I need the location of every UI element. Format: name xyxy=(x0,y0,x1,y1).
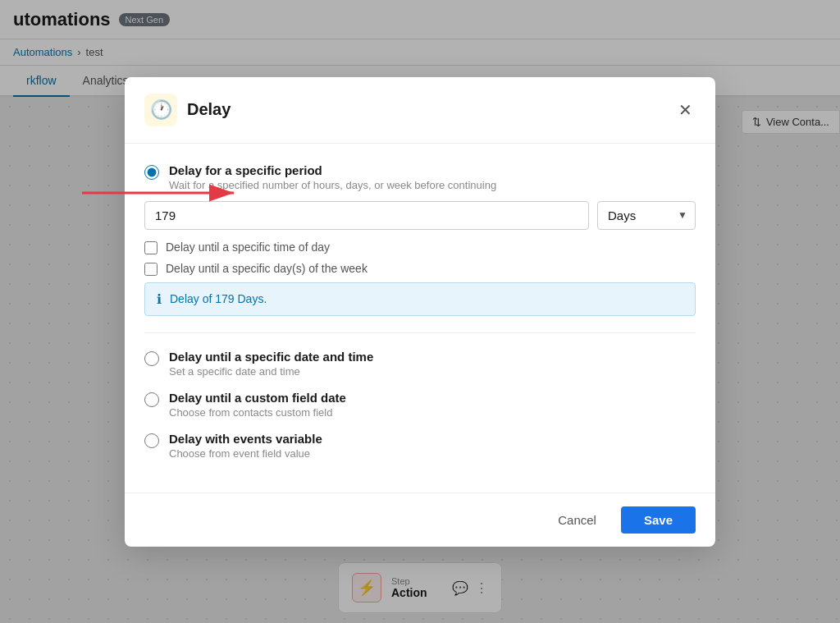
radio-specific-datetime[interactable] xyxy=(144,351,159,366)
option-custom-field-row: Delay until a custom field date Choose f… xyxy=(144,391,696,419)
info-delay-text: Delay of 179 Days. xyxy=(170,292,267,305)
option-specific-period-row: Delay for a specific period Wait for a s… xyxy=(144,163,696,191)
delay-modal: 🕐 Delay ✕ Delay for a specific period Wa… xyxy=(125,77,715,547)
option-specific-period: Delay for a specific period Wait for a s… xyxy=(144,163,696,316)
period-input-row: Hours Days Weeks ▼ xyxy=(144,201,696,230)
option-specific-period-text: Delay for a specific period Wait for a s… xyxy=(169,163,496,191)
modal-body: Delay for a specific period Wait for a s… xyxy=(125,144,715,492)
info-delay-summary: ℹ Delay of 179 Days. xyxy=(144,282,696,316)
option-specific-datetime-row: Delay until a specific date and time Set… xyxy=(144,350,696,378)
checkbox-day-of-week-label: Delay until a specific day(s) of the wee… xyxy=(166,262,368,275)
divider-1 xyxy=(144,332,696,333)
option-events-variable-label: Delay with events variable xyxy=(169,432,322,446)
modal-title: Delay xyxy=(187,100,675,119)
period-unit-select[interactable]: Hours Days Weeks xyxy=(597,201,696,230)
info-icon: ℹ xyxy=(157,291,162,307)
option-events-variable-row: Delay with events variable Choose from e… xyxy=(144,432,696,460)
checkbox-time-of-day-label: Delay until a specific time of day xyxy=(166,240,330,254)
radio-specific-period[interactable] xyxy=(144,165,159,180)
delay-icon: 🕐 xyxy=(144,94,177,126)
option-specific-period-desc: Wait for a specified number of hours, da… xyxy=(169,179,496,191)
option-specific-datetime-desc: Set a specific date and time xyxy=(169,365,373,378)
option-custom-field-label: Delay until a custom field date xyxy=(169,391,346,405)
radio-custom-field[interactable] xyxy=(144,392,159,407)
checkbox-time-of-day[interactable] xyxy=(144,241,158,254)
modal-header: 🕐 Delay ✕ xyxy=(125,77,715,144)
option-events-variable-desc: Choose from event field value xyxy=(169,447,322,460)
save-button[interactable]: Save xyxy=(621,506,696,534)
option-events-variable-text: Delay with events variable Choose from e… xyxy=(169,432,322,460)
period-unit-wrapper: Hours Days Weeks ▼ xyxy=(597,201,696,230)
option-specific-datetime-label: Delay until a specific date and time xyxy=(169,350,373,364)
modal-overlay: 🕐 Delay ✕ Delay for a specific period Wa… xyxy=(0,0,840,623)
radio-events-variable[interactable] xyxy=(144,433,159,448)
option-custom-field-text: Delay until a custom field date Choose f… xyxy=(169,391,346,419)
option-specific-period-label: Delay for a specific period xyxy=(169,163,496,177)
cancel-button[interactable]: Cancel xyxy=(541,506,613,534)
checkbox-day-of-week[interactable] xyxy=(144,263,158,276)
option-custom-field-desc: Choose from contacts custom field xyxy=(169,406,346,419)
checkbox-day-of-week-row: Delay until a specific day(s) of the wee… xyxy=(144,261,696,276)
modal-close-button[interactable]: ✕ xyxy=(675,98,696,121)
option-specific-datetime-text: Delay until a specific date and time Set… xyxy=(169,350,373,378)
checkbox-time-of-day-row: Delay until a specific time of day xyxy=(144,240,696,254)
period-number-input[interactable] xyxy=(144,201,589,230)
modal-footer: Cancel Save xyxy=(125,492,715,547)
